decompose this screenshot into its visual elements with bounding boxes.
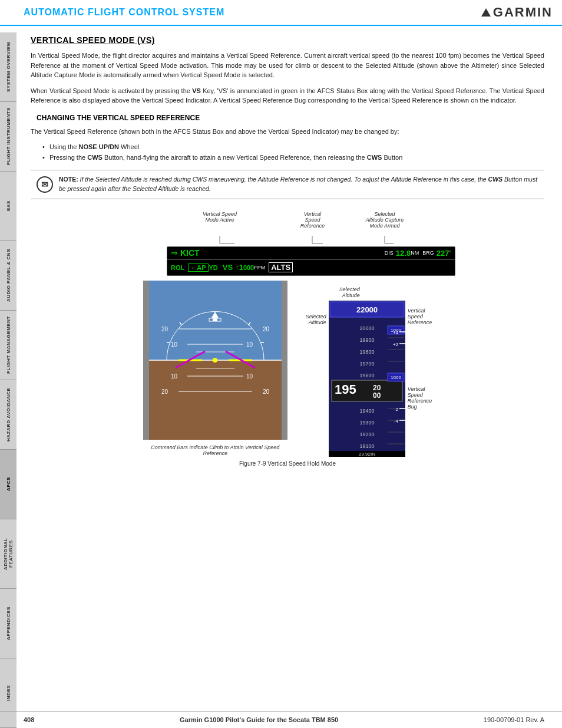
svg-text:-4: -4 bbox=[394, 419, 399, 424]
afcs-status-bar: ⇒ KICT DIS 12.8 NM BRG 227 ° ROL ←AP YD … bbox=[167, 246, 455, 276]
svg-text:19900: 19900 bbox=[359, 337, 374, 343]
svg-text:20: 20 bbox=[161, 326, 168, 332]
connector-lines bbox=[167, 211, 455, 246]
svg-text:10: 10 bbox=[246, 373, 253, 380]
page-footer: 408 Garmin G1000 Pilot's Guide for the S… bbox=[0, 711, 562, 728]
paragraph-2: When Vertical Speed Mode is activated by… bbox=[31, 86, 544, 106]
svg-text:+2: +2 bbox=[393, 342, 399, 347]
svg-text:20: 20 bbox=[373, 384, 381, 392]
svg-rect-36 bbox=[143, 281, 149, 440]
afcs-waypoint: KICT bbox=[180, 248, 385, 258]
svg-text:20: 20 bbox=[263, 388, 270, 395]
svg-text:10: 10 bbox=[171, 341, 178, 348]
note-text: NOTE: If the Selected Altitude is reache… bbox=[59, 175, 538, 194]
svg-text:20: 20 bbox=[263, 326, 270, 332]
vs-reference-right-label: VerticalSpeedReference bbox=[408, 301, 432, 333]
ai-svg: 20 20 10 10 10 10 20 bbox=[143, 281, 287, 440]
afcs-arrow-icon: ⇒ bbox=[171, 248, 178, 258]
sidebar-item-eas[interactable]: EAS bbox=[0, 172, 16, 241]
afcs-rol: ROL bbox=[171, 264, 184, 271]
figure-row: 20 20 10 10 10 10 20 bbox=[143, 281, 432, 457]
svg-text:20: 20 bbox=[161, 388, 168, 395]
altimeter-section: SelectedAltitude SelectedAltitude 22000 … bbox=[297, 286, 432, 457]
afcs-dis-label: DIS bbox=[385, 250, 394, 256]
sidebar-item-system-overview[interactable]: SYSTEM OVERVIEW bbox=[0, 32, 16, 102]
afcs-brg-unit: ° bbox=[449, 250, 451, 256]
svg-rect-7 bbox=[143, 360, 287, 440]
svg-text:+4: +4 bbox=[393, 330, 399, 335]
figure-caption: Figure 7-9 Vertical Speed Hold Mode bbox=[239, 460, 336, 467]
footer-title: Garmin G1000 Pilot's Guide for the Socat… bbox=[180, 716, 338, 723]
alt-right-labels: VerticalSpeedReference VerticalSpeedRefe… bbox=[408, 301, 432, 419]
sidebar-item-audio-panel[interactable]: AUDIO PANEL & CNS bbox=[0, 241, 16, 311]
garmin-logo: GARMIN bbox=[481, 5, 553, 20]
afcs-dis-value: 12.8 bbox=[396, 249, 411, 258]
svg-text:20000: 20000 bbox=[359, 325, 374, 331]
subsection-intro: The Vertical Speed Reference (shown both… bbox=[31, 127, 544, 137]
afcs-vs: VS bbox=[223, 263, 233, 272]
svg-text:19400: 19400 bbox=[359, 408, 374, 414]
alt-top-labels: SelectedAltitude bbox=[328, 286, 360, 298]
sidebar-item-flight-management[interactable]: FLIGHT MANAGEMENT bbox=[0, 311, 16, 380]
afcs-top-row: ⇒ KICT DIS 12.8 NM BRG 227 ° bbox=[167, 247, 455, 260]
afcs-brg-value: 227 bbox=[437, 249, 449, 258]
diagram-area: Vertical SpeedMode Active VerticalSpeedR… bbox=[31, 206, 544, 467]
bullet-list: Using the NOSE UP/DN Wheel Pressing the … bbox=[31, 142, 544, 163]
sidebar-item-afcs[interactable]: AFCS bbox=[0, 450, 16, 519]
svg-text:1000: 1000 bbox=[391, 375, 401, 380]
sidebar-item-appendices[interactable]: APPENDICES bbox=[0, 589, 16, 658]
sidebar-item-flight-instruments[interactable]: FLIGHT INSTRUMENTS bbox=[0, 102, 16, 172]
altimeter-tape-svg: 22000 20000 19900 19800 19700 19600 bbox=[329, 301, 405, 457]
afcs-bottom-row: ROL ←AP YD VS ↑ 1000 FPM ALTS bbox=[167, 260, 455, 275]
svg-text:10: 10 bbox=[171, 373, 178, 380]
section-title: VERTICAL SPEED MODE (VS) bbox=[31, 35, 544, 45]
note-icon: ✉ bbox=[37, 176, 53, 193]
svg-rect-37 bbox=[282, 281, 287, 440]
note-box: ✉ NOTE: If the Selected Altitude is reac… bbox=[31, 170, 544, 199]
altimeter-with-labels: SelectedAltitude 22000 20000 19900 bbox=[297, 301, 432, 457]
svg-text:22000: 22000 bbox=[356, 305, 378, 314]
afcs-nm-unit: NM bbox=[411, 250, 419, 256]
afcs-vs-value: 1000 bbox=[239, 263, 254, 272]
svg-text:10: 10 bbox=[246, 341, 253, 348]
svg-text:-2: -2 bbox=[394, 407, 399, 412]
svg-text:19100: 19100 bbox=[359, 443, 374, 449]
svg-rect-35 bbox=[213, 318, 217, 321]
afcs-yd: YD bbox=[209, 264, 218, 271]
subsection-title: CHANGING THE VERTICAL SPEED REFERENCE bbox=[37, 114, 544, 122]
svg-text:29.92IN: 29.92IN bbox=[359, 452, 375, 457]
svg-point-26 bbox=[213, 358, 217, 363]
afcs-ap: ←AP bbox=[188, 263, 208, 272]
svg-text:19300: 19300 bbox=[359, 420, 374, 426]
svg-text:19800: 19800 bbox=[359, 349, 374, 355]
sidebar-item-additional-features[interactable]: ADDITIONAL FEATURES bbox=[0, 519, 16, 589]
footer-page-number: 408 bbox=[24, 716, 34, 723]
afcs-alts: ALTS bbox=[269, 262, 293, 272]
svg-text:195: 195 bbox=[335, 382, 356, 397]
header-title: AUTOMATIC FLIGHT CONTROL SYSTEM bbox=[24, 7, 224, 18]
footer-doc-number: 190-00709-01 Rev. A bbox=[484, 716, 544, 723]
sidebar-item-hazard-avoidance[interactable]: HAZARD AVOIDANCE bbox=[0, 380, 16, 450]
svg-text:19700: 19700 bbox=[359, 361, 374, 367]
svg-text:19200: 19200 bbox=[359, 431, 374, 437]
side-tabs: SYSTEM OVERVIEW FLIGHT INSTRUMENTS EAS A… bbox=[0, 32, 16, 728]
main-content: VERTICAL SPEED MODE (VS) In Vertical Spe… bbox=[19, 26, 562, 476]
svg-text:00: 00 bbox=[373, 391, 381, 400]
attitude-indicator: 20 20 10 10 10 10 20 bbox=[143, 281, 287, 446]
paragraph-1: In Vertical Speed Mode, the flight direc… bbox=[31, 51, 544, 80]
garmin-triangle-icon bbox=[481, 8, 491, 17]
afcs-brg-label: BRG bbox=[422, 250, 434, 256]
page-header: AUTOMATIC FLIGHT CONTROL SYSTEM GARMIN bbox=[0, 0, 562, 26]
ai-caption: Command Bars Indicate Climb to Attain Ve… bbox=[143, 444, 287, 456]
vs-ref-bug-label: VerticalSpeedReferenceBug bbox=[408, 386, 432, 419]
selected-altitude-label: SelectedAltitude bbox=[328, 286, 360, 298]
svg-text:19600: 19600 bbox=[359, 373, 374, 378]
selected-altitude-side-label: SelectedAltitude bbox=[297, 314, 326, 325]
afcs-fpm: FPM bbox=[254, 265, 265, 271]
list-item: Using the NOSE UP/DN Wheel bbox=[42, 142, 544, 153]
list-item: Pressing the CWS Button, hand-flying the… bbox=[42, 153, 544, 163]
